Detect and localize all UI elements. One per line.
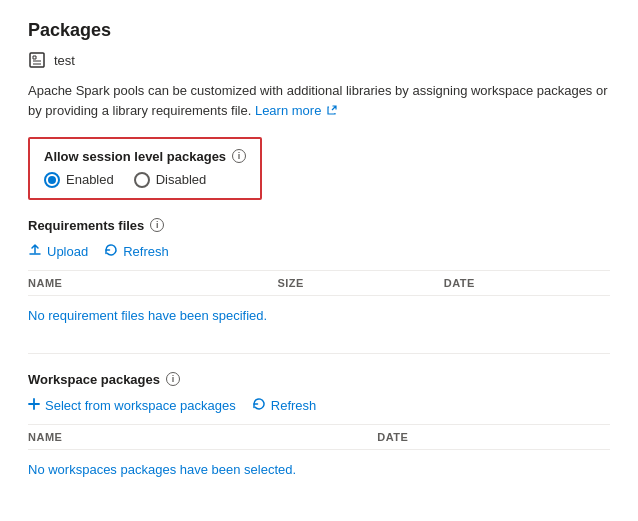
session-packages-box: Allow session level packages i Enabled D…	[28, 137, 262, 200]
resource-icon	[28, 51, 46, 69]
select-workspace-button[interactable]: Select from workspace packages	[28, 398, 236, 413]
req-col-date: DATE	[444, 277, 610, 289]
ws-col-date: DATE	[377, 431, 610, 443]
enabled-radio-outer	[44, 172, 60, 188]
workspace-empty-message: No workspaces packages have been selecte…	[28, 450, 610, 489]
session-info-icon: i	[232, 149, 246, 163]
upload-icon	[28, 243, 42, 260]
learn-more-link[interactable]: Learn more	[255, 103, 337, 118]
req-col-name: NAME	[28, 277, 277, 289]
req-col-size: SIZE	[277, 277, 443, 289]
requirements-refresh-label: Refresh	[123, 244, 169, 259]
page-title: Packages	[28, 20, 610, 41]
enabled-label: Enabled	[66, 172, 114, 187]
workspace-table: NAME DATE No workspaces packages have be…	[28, 424, 610, 489]
plus-icon	[28, 398, 40, 413]
radio-group: Enabled Disabled	[44, 172, 246, 188]
svg-rect-0	[30, 53, 44, 67]
disabled-radio[interactable]: Disabled	[134, 172, 207, 188]
requirements-refresh-button[interactable]: Refresh	[104, 243, 169, 260]
disabled-label: Disabled	[156, 172, 207, 187]
workspace-refresh-label: Refresh	[271, 398, 317, 413]
upload-button[interactable]: Upload	[28, 243, 88, 260]
workspace-refresh-button[interactable]: Refresh	[252, 397, 317, 414]
enabled-radio-inner	[48, 176, 56, 184]
select-workspace-label: Select from workspace packages	[45, 398, 236, 413]
upload-label: Upload	[47, 244, 88, 259]
disabled-radio-outer	[134, 172, 150, 188]
workspace-table-header: NAME DATE	[28, 424, 610, 450]
session-packages-label: Allow session level packages i	[44, 149, 246, 164]
requirements-refresh-icon	[104, 243, 118, 260]
workspace-refresh-icon	[252, 397, 266, 414]
workspace-info-icon: i	[166, 372, 180, 386]
resource-name: test	[54, 53, 75, 68]
requirements-empty-message: No requirement files have been specified…	[28, 296, 610, 335]
ws-col-name: NAME	[28, 431, 377, 443]
requirements-section: Requirements files i Upload Refresh	[28, 218, 610, 335]
workspace-action-bar: Select from workspace packages Refresh	[28, 397, 610, 414]
external-link-icon	[327, 101, 337, 121]
resource-row: test	[28, 51, 610, 69]
requirements-label: Requirements files	[28, 218, 144, 233]
description-text: Apache Spark pools can be customized wit…	[28, 81, 610, 121]
workspace-section: Workspace packages i Select from workspa…	[28, 372, 610, 489]
enabled-radio[interactable]: Enabled	[44, 172, 114, 188]
section-divider	[28, 353, 610, 354]
workspace-label: Workspace packages	[28, 372, 160, 387]
requirements-table: NAME SIZE DATE No requirement files have…	[28, 270, 610, 335]
requirements-info-icon: i	[150, 218, 164, 232]
requirements-action-bar: Upload Refresh	[28, 243, 610, 260]
requirements-table-header: NAME SIZE DATE	[28, 270, 610, 296]
